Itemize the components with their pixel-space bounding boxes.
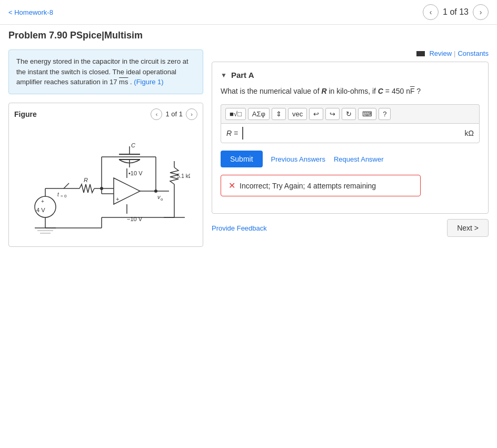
undo-button[interactable]: ↩ (309, 108, 323, 120)
error-box: ✕ Incorrect; Try Again; 4 attempts remai… (221, 175, 421, 196)
circuit-diagram: + 4 V t = 0 (14, 125, 197, 241)
bottom-row: Provide Feedback Next > (212, 214, 489, 237)
review-link[interactable]: Review (429, 49, 452, 57)
figure-next-button[interactable]: › (186, 108, 197, 120)
page-label: 1 of 13 (443, 7, 469, 17)
svg-text:−10 V: −10 V (127, 216, 143, 222)
answer-unit: kΩ (465, 129, 474, 137)
refresh-button[interactable]: ↻ (342, 108, 356, 120)
circuit-svg: + 4 V t = 0 (22, 125, 190, 241)
figure-nav: ‹ 1 of 1 › (151, 108, 197, 120)
question-text: What is the numerical value of R in kilo… (221, 86, 480, 97)
help-button[interactable]: ? (379, 108, 391, 120)
right-panel: Review | Constants ▼ Part A What is the … (212, 49, 489, 247)
r-label: R = (226, 129, 238, 137)
request-answer-link[interactable]: Request Answer (334, 155, 384, 163)
provide-feedback-link[interactable]: Provide Feedback (212, 224, 267, 232)
review-bar: Review | Constants (212, 49, 489, 62)
problem-title: Problem 7.90 PSpice|Multisim (0, 25, 497, 44)
matrix-button[interactable]: ■√□ (225, 108, 246, 120)
svg-text:C: C (131, 142, 135, 148)
next-button[interactable]: Next > (447, 219, 489, 237)
figure-prev-button[interactable]: ‹ (151, 108, 162, 120)
figure-page-label: 1 of 1 (165, 110, 183, 118)
description-text2: . (128, 78, 134, 86)
next-page-button[interactable]: › (473, 4, 489, 20)
svg-text:t: t (57, 192, 59, 197)
submit-button[interactable]: Submit (221, 151, 263, 167)
svg-text:o: o (161, 197, 163, 202)
top-bar: < Homework-8 ‹ 1 of 13 › (0, 0, 497, 25)
answer-input[interactable] (242, 127, 460, 140)
error-icon: ✕ (228, 181, 235, 191)
figure-box: Figure ‹ 1 of 1 › + 4 V (8, 103, 203, 247)
answer-row: R = kΩ (221, 123, 480, 143)
constants-link[interactable]: Constants (458, 49, 489, 57)
part-label: Part A (231, 71, 254, 79)
symbol-button[interactable]: ΑΣφ (248, 108, 270, 120)
figure-link[interactable]: (Figure 1) (134, 78, 163, 86)
part-header: ▼ Part A (221, 71, 480, 79)
svg-text:R: R (84, 177, 88, 183)
figure-title: Figure (14, 110, 37, 118)
svg-text:+: + (116, 196, 119, 202)
svg-text:4 V: 4 V (36, 207, 45, 213)
part-collapse-icon[interactable]: ▼ (221, 72, 227, 79)
keyboard-button[interactable]: ⌨ (358, 108, 376, 120)
main-layout: The energy stored in the capacitor in th… (0, 44, 497, 252)
back-link[interactable]: < Homework-8 (8, 8, 53, 16)
svg-text:•10 V: •10 V (128, 170, 143, 176)
pagination-controls: ‹ 1 of 13 › (423, 4, 489, 20)
math-toolbar: ■√□ ΑΣφ ⇕ vec ↩ ↪ ↻ ⌨ ? (221, 104, 480, 123)
description-ms: ms (119, 78, 128, 86)
review-icon (416, 51, 425, 56)
review-separator: | (454, 49, 455, 57)
svg-text:+: + (41, 198, 44, 204)
svg-line-5 (64, 183, 69, 188)
left-panel: The energy stored in the capacitor in th… (8, 49, 203, 247)
figure-header: Figure ‹ 1 of 1 › (14, 108, 197, 120)
redo-button[interactable]: ↪ (325, 108, 340, 120)
svg-text:= 0: = 0 (61, 194, 67, 198)
problem-description: The energy stored in the capacitor in th… (8, 49, 203, 94)
prev-page-button[interactable]: ‹ (423, 4, 439, 20)
error-text: Incorrect; Try Again; 4 attempts remaini… (240, 182, 376, 190)
action-row: Submit Previous Answers Request Answer (221, 151, 480, 167)
svg-text:5.1 kΩ: 5.1 kΩ (177, 173, 190, 179)
part-box: ▼ Part A What is the numerical value of … (212, 62, 489, 214)
updown-button[interactable]: ⇕ (272, 108, 286, 120)
vec-button[interactable]: vec (288, 108, 307, 120)
previous-answers-link[interactable]: Previous Answers (271, 155, 325, 163)
